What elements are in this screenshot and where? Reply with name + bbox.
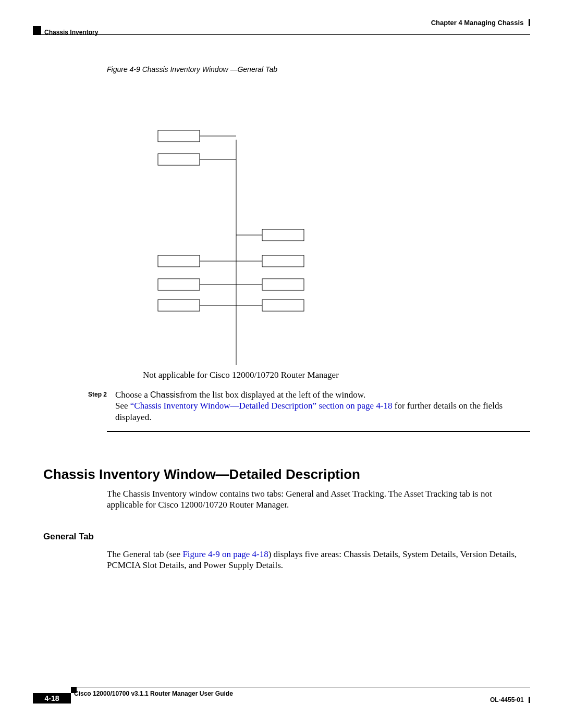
svg-rect-13 bbox=[158, 300, 200, 311]
subsection-link[interactable]: Figure 4-9 on page 4-18 bbox=[182, 549, 268, 559]
subsection-prefix: The General tab (see bbox=[107, 549, 182, 559]
svg-rect-9 bbox=[262, 255, 304, 267]
svg-rect-3 bbox=[158, 154, 200, 165]
step-chassis-word: Chassis bbox=[150, 390, 180, 399]
figure-caption: Figure 4-9 Chassis Inventory Window —Gen… bbox=[107, 65, 277, 73]
step-see-prefix: See bbox=[115, 401, 130, 411]
svg-rect-12 bbox=[262, 279, 304, 290]
figure-note: Not applicable for Cisco 12000/10720 Rou… bbox=[143, 370, 339, 380]
figure-diagram bbox=[121, 130, 320, 365]
header-chapter-text: Chapter 4 Managing Chassis bbox=[431, 19, 524, 27]
header-rule bbox=[33, 34, 530, 35]
footer-guide-title: Cisco 12000/10700 v3.1.1 Router Manager … bbox=[74, 690, 233, 697]
step-prefix: Choose a bbox=[115, 390, 150, 400]
subsection-body: The General tab (see Figure 4-9 on page … bbox=[107, 549, 530, 571]
svg-rect-7 bbox=[158, 255, 200, 267]
footer-doc-id: OL-4455-01 bbox=[490, 696, 530, 704]
step-body: Choose a Chassisfrom the list box displa… bbox=[115, 389, 530, 423]
svg-rect-5 bbox=[262, 229, 304, 241]
svg-rect-10 bbox=[158, 279, 200, 290]
section-body: The Chassis Inventory window contains tw… bbox=[107, 488, 530, 511]
footer-right-bar bbox=[529, 697, 530, 703]
page-number: 4-18 bbox=[33, 693, 71, 704]
header-right-bar bbox=[529, 19, 530, 26]
svg-rect-15 bbox=[262, 300, 304, 311]
footer-doc-id-text: OL-4455-01 bbox=[490, 696, 524, 704]
subsection-heading: General Tab bbox=[43, 532, 94, 542]
section-rule bbox=[107, 431, 530, 432]
header-chapter: Chapter 4 Managing Chassis bbox=[431, 19, 530, 27]
footer-rule bbox=[71, 687, 530, 687]
svg-rect-1 bbox=[158, 130, 200, 142]
section-heading: Chassis Inventory Window—Detailed Descri… bbox=[43, 466, 360, 483]
step-suffix: from the list box displayed at the left … bbox=[180, 390, 365, 400]
header-left-block-icon bbox=[33, 26, 41, 34]
step-link[interactable]: “Chassis Inventory Window—Detailed Descr… bbox=[130, 401, 393, 411]
step-label: Step 2 bbox=[88, 391, 107, 398]
